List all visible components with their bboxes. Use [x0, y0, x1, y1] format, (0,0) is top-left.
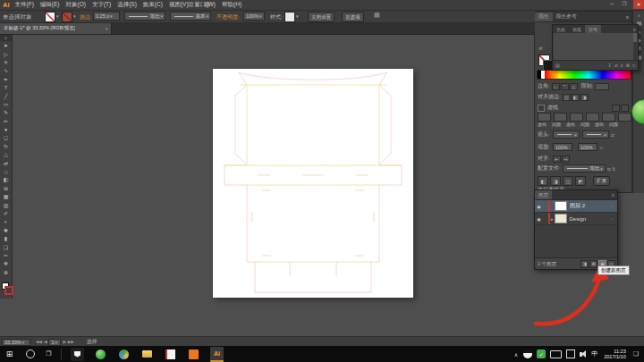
flip-along-icon[interactable]: ⇆: [607, 166, 611, 172]
layer1-target-icon[interactable]: ○: [611, 204, 614, 209]
taskbar-browser-globe[interactable]: [117, 348, 131, 361]
preferences-button[interactable]: 首选项: [342, 12, 364, 22]
volume-icon[interactable]: [580, 350, 586, 358]
dash-field-2[interactable]: [570, 113, 583, 122]
artboard-number-field[interactable]: 1 ▾: [48, 339, 61, 346]
lasso-tool[interactable]: ∿: [0, 66, 12, 74]
action-center-icon[interactable]: ❑: [633, 350, 639, 358]
layers-panel-menu-icon[interactable]: ≡: [612, 192, 614, 198]
align-end-icon[interactable]: ⊣: [562, 156, 570, 163]
stroke-link[interactable]: 描边:: [80, 13, 92, 21]
arrowhead-end-dropdown[interactable]: ▾: [582, 130, 609, 139]
color-spectrum-bar[interactable]: [537, 70, 631, 80]
blend-tool[interactable]: ◐: [0, 217, 12, 225]
selection-tool[interactable]: ➤: [0, 41, 12, 49]
gradient-tool[interactable]: ▥: [0, 200, 12, 208]
taskbar-clock[interactable]: 11:23 2017/1/10: [604, 349, 625, 360]
unite-icon[interactable]: ◧: [538, 176, 548, 186]
dock-collapse-icon[interactable]: «: [633, 11, 644, 19]
gap-field-3[interactable]: [618, 113, 631, 122]
arrow-scale-start-field[interactable]: 100%: [553, 143, 572, 151]
symbols-panel-menu-icon[interactable]: ≡: [633, 27, 636, 32]
new-sublayer-button[interactable]: ⊞: [589, 260, 597, 268]
symbols-list-area[interactable]: [554, 33, 633, 60]
opacity-caret-icon[interactable]: ▾: [259, 13, 262, 19]
tray-chevron-icon[interactable]: ∧: [514, 351, 518, 358]
layer2-target-icon[interactable]: ○: [611, 216, 614, 222]
close-button[interactable]: ✕: [633, 0, 644, 9]
zoom-tool[interactable]: ⊕: [0, 268, 12, 276]
tools-collapse-icon[interactable]: «: [0, 34, 12, 41]
menu-select[interactable]: 选择(S): [117, 1, 137, 9]
align-inside-icon[interactable]: ◧: [572, 94, 580, 101]
swap-colors-icon[interactable]: ⇄: [538, 46, 543, 51]
free-transform-tool[interactable]: ◇: [0, 167, 12, 175]
fill-color-swatch[interactable]: [45, 12, 55, 22]
taskbar-orange-app[interactable]: [187, 348, 200, 361]
arrange-documents-icon[interactable]: ▥: [188, 1, 194, 8]
minus-front-icon[interactable]: ◨: [550, 176, 561, 186]
fill-caret-icon[interactable]: ▾: [56, 13, 59, 19]
expand-button[interactable]: 扩展: [593, 176, 610, 186]
arrowhead-start-dropdown[interactable]: ▾: [553, 130, 580, 139]
qq-icon[interactable]: [523, 349, 532, 358]
brush-definition-dropdown[interactable]: 基本 ▾: [170, 12, 211, 21]
menu-type[interactable]: 文字(T): [92, 1, 111, 9]
menu-edit[interactable]: 编辑(E): [40, 1, 60, 9]
display-icon[interactable]: [566, 349, 575, 358]
artboard[interactable]: [213, 69, 413, 298]
rotate-tool[interactable]: ↻: [0, 142, 12, 150]
layer2-expand-icon[interactable]: ▸: [551, 216, 554, 222]
arrow-scale-end-field[interactable]: 100%: [578, 143, 597, 151]
perspective-grid-tool[interactable]: ⊞: [0, 184, 12, 192]
new-symbol-icon[interactable]: ⊞: [626, 63, 630, 68]
column-graph-tool[interactable]: ▮: [0, 234, 12, 242]
exclude-icon[interactable]: ◩: [575, 176, 586, 186]
taskbar-file-explorer[interactable]: [140, 348, 154, 361]
gap-field-2[interactable]: [586, 113, 599, 122]
menu-effect[interactable]: 效果(C): [143, 1, 163, 9]
round-join-icon[interactable]: ⌒: [561, 83, 569, 90]
swap-arrowheads-icon[interactable]: ⇄: [611, 132, 614, 138]
document-tab[interactable]: 未标题-1* @ 33.33% (RGB/预览) ×: [0, 22, 112, 34]
taskbar-illustrator-active[interactable]: Ai: [210, 347, 224, 362]
control-panel-menu-icon[interactable]: ▤: [374, 12, 380, 19]
tab-swatches[interactable]: 色板: [553, 25, 569, 33]
tab-brushes[interactable]: 画笔: [569, 25, 585, 33]
taskbar-app-dark[interactable]: [71, 348, 84, 361]
scale-tool[interactable]: △: [0, 150, 12, 158]
menu-view[interactable]: 视图(V): [169, 1, 189, 9]
bevel-join-icon[interactable]: △: [570, 83, 578, 90]
dash-field-1[interactable]: [538, 113, 551, 122]
opacity-link[interactable]: 不透明度:: [216, 13, 240, 21]
first-artboard-icon[interactable]: ◀◀: [36, 340, 42, 344]
tab-color[interactable]: 颜色: [535, 13, 553, 21]
color-panel-menu-icon[interactable]: ≡: [626, 14, 629, 20]
symbol-options-icon[interactable]: ≡: [621, 63, 623, 68]
ime-indicator[interactable]: 中: [591, 349, 597, 358]
zoom-level-dropdown[interactable]: 33.33% ▾: [2, 339, 30, 346]
layer2-name[interactable]: Design: [570, 216, 587, 222]
link-scale-icon[interactable]: ∞: [600, 145, 604, 150]
symbol-library-icon[interactable]: ▤: [555, 63, 560, 68]
stroke-weight-caret-icon[interactable]: ▾: [110, 13, 113, 19]
layer-row-2[interactable]: ◉ ▸ Design ○: [535, 213, 617, 225]
symbols-scrollbar[interactable]: [633, 33, 637, 60]
stroke-color-swatch[interactable]: [62, 12, 72, 22]
slice-tool[interactable]: ✂: [0, 251, 12, 259]
stroke-caret-icon[interactable]: ▾: [73, 13, 76, 19]
paintbrush-tool[interactable]: ✎: [0, 108, 12, 116]
taskbar-document-app[interactable]: [164, 348, 177, 361]
dash-field-3[interactable]: [602, 113, 615, 122]
task-view-button[interactable]: ❐: [42, 348, 55, 361]
tab-color-guide[interactable]: 颜色参考: [553, 13, 580, 21]
hand-tool[interactable]: ✥: [0, 259, 12, 267]
menu-object[interactable]: 对象(O): [65, 1, 85, 9]
line-segment-tool[interactable]: ╱: [0, 91, 12, 99]
eraser-tool[interactable]: ◻: [0, 133, 12, 141]
tab-layers[interactable]: 图层: [535, 190, 552, 199]
next-artboard-icon[interactable]: ▶: [63, 340, 65, 344]
menu-file[interactable]: 文件(F): [15, 1, 34, 9]
artboard-tool[interactable]: ❏: [0, 242, 12, 250]
start-button[interactable]: ⊞: [3, 348, 16, 361]
